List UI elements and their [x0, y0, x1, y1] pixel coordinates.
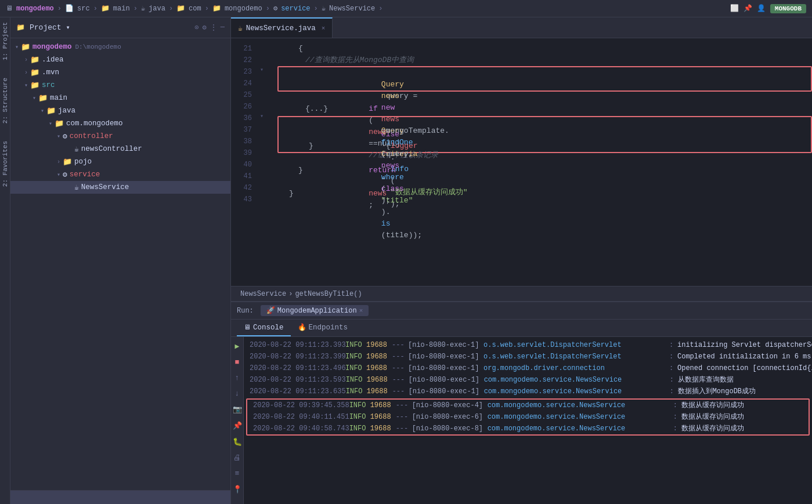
console-row-4: 2020-08-22 09:11:23.593 INFO 19688 --- […	[244, 374, 812, 386]
class-newsservice-4: com.mongodemo.service.NewsService	[484, 374, 670, 386]
sidebar-toolbar: 📁 Project ▾ ⊙ ⚙ ⋮ —	[10, 17, 230, 38]
restart-btn[interactable]: ▶	[234, 340, 241, 352]
filter-btn[interactable]: ≡	[234, 468, 241, 479]
tree-arrow-service: ▾	[55, 171, 63, 178]
settings-icon[interactable]: ⚙	[203, 23, 207, 32]
tree-label-controller: controller	[70, 132, 113, 140]
tree-label-newscontroller: newsController	[81, 145, 142, 153]
tree-item-java[interactable]: ▾ 📁 java	[10, 104, 230, 117]
top-bar: 🖥 mongodemo › 📄 src › 📁 main › ☕ java › …	[0, 0, 812, 17]
tree-arrow-pojo: ›	[55, 159, 63, 165]
tree-label-mvn: .mvn	[42, 68, 59, 77]
code-editor: 21 22 23 24 25 26 36 37 38 39 40 41 42 4…	[231, 38, 812, 286]
class-newsservice-6: com.mongodemo.service.NewsService	[488, 400, 673, 411]
top-bar-icon-mongodemo: 📁	[212, 4, 221, 13]
tree-arrow-com: ▾	[46, 120, 55, 127]
highlight-box-query: Query query = new Query ( Criteria . whe…	[277, 66, 812, 92]
run-toolbar: ▶ ■ ↑ ↓ 📷 📌 🐛 🖨 ≡ 📍	[231, 337, 244, 504]
tree-arrow: ▾	[13, 43, 21, 50]
console-container: ▶ ■ ↑ ↓ 📷 📌 🐛 🖨 ≡ 📍 2020-08-22 09:11:23.…	[231, 337, 812, 504]
scroll-down-btn[interactable]: ↓	[234, 388, 241, 399]
tree-path: D:\mongodemo	[75, 43, 121, 50]
tree-label-java: java	[58, 107, 75, 115]
run-tab-mongodemo[interactable]: 🚀 MongodemApplication ×	[261, 305, 369, 316]
screenshot-btn[interactable]: 📷	[232, 404, 243, 415]
run-tabs: Run: 🚀 MongodemApplication ×	[231, 302, 812, 320]
tree-item-mvn[interactable]: › 📁 .mvn	[10, 66, 230, 79]
tree-label-src: src	[42, 81, 55, 89]
pin-btn[interactable]: 📌	[232, 420, 243, 432]
console-row-7: 2020-08-22 09:40:11.451 INFO 19688 --- […	[247, 411, 809, 423]
user-icon[interactable]: 👤	[757, 4, 766, 13]
breadcrumb-bar: NewsService › getNewsByTitle()	[231, 286, 812, 301]
file-tree: ▾ 📁 mongodemo D:\mongodemo › 📁 .idea › 📁…	[10, 38, 230, 490]
tree-arrow-java: ▾	[38, 107, 46, 114]
tree-item-service[interactable]: ▾ ⚙️ service	[10, 168, 230, 181]
tree-item-main[interactable]: ▾ 📁 main	[10, 92, 230, 104]
bp-tab-endpoints[interactable]: 🔥 Endpoints	[291, 320, 355, 336]
favorites-label-side: 2: Favorites	[2, 141, 9, 187]
structure-label-side: 2: Structure	[2, 78, 9, 124]
tree-item-mongodemo[interactable]: ▾ 📁 mongodemo D:\mongodemo	[10, 41, 230, 53]
top-bar-icon-service: ⚙️	[273, 4, 277, 13]
main-layout: 1: Project 2: Structure 2: Favorites 📁 P…	[0, 17, 812, 504]
tree-item-com-mongodemo[interactable]: ▾ 📁 com.mongodemo	[10, 117, 230, 130]
console-output[interactable]: 2020-08-22 09:11:23.393 INFO 19688 --- […	[244, 337, 812, 504]
class-newsservice-7: com.mongodemo.service.NewsService	[488, 411, 673, 423]
pin2-btn[interactable]: 📍	[232, 484, 243, 495]
tree-label-newsservice: NewsService	[81, 183, 129, 191]
more-icon[interactable]: ⋮	[210, 23, 217, 32]
breadcrumb-newsservice: NewsService	[240, 290, 286, 298]
console-row-3: 2020-08-22 09:11:23.496 INFO 19688 --- […	[244, 362, 812, 374]
run-tab-close[interactable]: ×	[359, 307, 363, 314]
bottom-panel: Run: 🚀 MongodemApplication × 🖥 Console 🔥…	[231, 301, 812, 504]
top-bar-icon: 🖥	[6, 4, 13, 13]
endpoints-icon: 🔥	[298, 323, 306, 332]
tree-item-newsservice[interactable]: ☕ NewsService	[10, 181, 230, 194]
tree-arrow-main: ▾	[30, 95, 38, 101]
pin-icon[interactable]: 📌	[744, 4, 752, 13]
bp-tab-console[interactable]: 🖥 Console	[237, 320, 291, 336]
console-row-5: 2020-08-22 09:11:23.635 INFO 19688 --- […	[244, 386, 812, 397]
scroll-up-btn[interactable]: ↑	[234, 372, 241, 383]
code-line-22: //查询数据先从MongoDB中查询	[275, 55, 812, 66]
code-content[interactable]: { //查询数据先从MongoDB中查询 Query query =	[266, 38, 812, 286]
screen-icon[interactable]: ⬜	[730, 4, 739, 13]
minimize-icon[interactable]: —	[221, 23, 225, 32]
top-bar-icon-java: ☕	[141, 4, 145, 13]
top-bar-icon-com: 📁	[176, 4, 185, 13]
highlighted-console-rows: 2020-08-22 09:39:45.358 INFO 19688 --- […	[246, 398, 810, 436]
run-tab-label: MongodemApplication	[277, 307, 357, 315]
stop-btn[interactable]: ■	[234, 357, 241, 368]
sidebar-toolbar-icons[interactable]: ⊙ ⚙ ⋮ —	[194, 23, 225, 32]
tree-item-newscontroller[interactable]: ☕ newsController	[10, 143, 230, 155]
bottom-panel-tabs: 🖥 Console 🔥 Endpoints	[231, 320, 812, 337]
line-numbers: 21 22 23 24 25 26 36 37 38 39 40 41 42 4…	[231, 38, 258, 286]
endpoints-label: Endpoints	[309, 324, 348, 332]
print-btn[interactable]: 🖨	[232, 452, 242, 463]
tree-label-pojo: pojo	[74, 158, 92, 166]
console-label: Console	[253, 324, 284, 332]
top-bar-icon-main: 📁	[101, 4, 110, 13]
code-line-21: {	[275, 43, 812, 55]
top-bar-right-icons: ⬜ 📌 👤 MONGODB	[730, 4, 806, 13]
locate-icon[interactable]: ⊙	[194, 23, 199, 32]
project-toolbar-label: Project	[30, 23, 62, 32]
mongodb-badge: MONGODB	[770, 4, 806, 13]
tab-close-btn[interactable]: ×	[322, 25, 326, 32]
tree-arrow-controller: ▾	[55, 133, 63, 140]
tree-item-idea[interactable]: › 📁 .idea	[10, 53, 230, 66]
tree-label-com-mongodemo: com.mongodemo	[66, 119, 123, 128]
debug-btn[interactable]: 🐛	[232, 436, 243, 448]
side-panel: 1: Project 2: Structure 2: Favorites	[0, 17, 10, 504]
tree-label-main: main	[50, 94, 67, 102]
breadcrumb-sep: ›	[288, 290, 293, 298]
code-line-24: news news =mongoTemplate. findOne (query…	[279, 79, 811, 90]
editor-tab-newsservice[interactable]: ☕ NewsService.java ×	[231, 17, 333, 38]
tree-item-src[interactable]: ▾ 📁 src	[10, 79, 230, 92]
tree-item-controller[interactable]: ▾ ⚙️ controller	[10, 130, 230, 143]
fold-gutter: ▾ ▾	[258, 38, 266, 286]
tree-item-pojo[interactable]: › 📁 pojo	[10, 155, 230, 168]
tab-file-icon: ☕	[238, 24, 243, 33]
console-row-6: 2020-08-22 09:39:45.358 INFO 19688 --- […	[247, 400, 809, 411]
